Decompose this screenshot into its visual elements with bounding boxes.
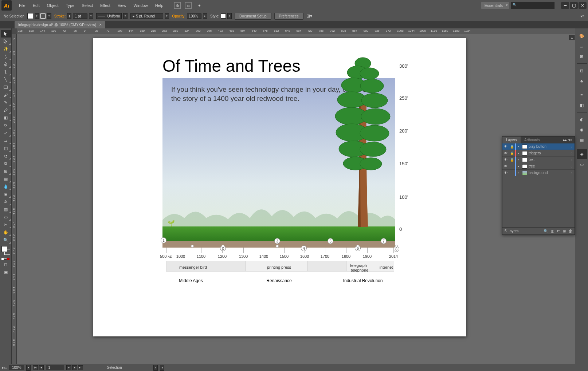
artboard-nav-dd-icon[interactable]: ▾ [66, 365, 71, 370]
panel-menu-icon[interactable]: ▾≡ [568, 138, 572, 142]
type-tool[interactable]: T [1, 68, 11, 76]
tab-layers[interactable]: Layers [502, 137, 521, 143]
layer-row[interactable]: 👁🔒▸play button○ [502, 143, 575, 150]
symbol-sprayer-tool[interactable]: ✲ [1, 198, 11, 206]
artboard[interactable]: Of Time and Trees If you think you've se… [93, 38, 466, 336]
menu-object[interactable]: Object [43, 0, 62, 11]
lock-toggle-icon[interactable]: 🔒 [509, 151, 515, 155]
artboard-prev-icon[interactable]: ◂ [39, 365, 44, 370]
blend-tool[interactable]: ◉ [1, 190, 11, 198]
window-close-icon[interactable]: ✕ [579, 2, 587, 9]
opacity-dd-icon[interactable]: ▸ [203, 13, 207, 19]
delete-layer-icon[interactable]: 🗑 [569, 229, 572, 233]
expand-layer-icon[interactable]: ▸ [516, 165, 521, 168]
expand-layer-icon[interactable]: ▸ [516, 158, 521, 161]
rectangle-tool[interactable] [1, 83, 11, 91]
layer-name-label[interactable]: tree [529, 164, 569, 168]
scale-tool[interactable]: ⤢ [1, 129, 11, 137]
appearance-panel-icon[interactable]: ◉ [577, 125, 587, 134]
zoom-level[interactable]: 100% [9, 365, 24, 370]
search-input[interactable]: 🔍 [511, 2, 554, 9]
shape-builder-tool[interactable]: ◔ [1, 152, 11, 160]
bridge-icon[interactable]: Br [174, 2, 181, 9]
canvas[interactable]: ▴ Of Time and Trees If you think you've … [17, 34, 575, 364]
rotate-tool[interactable]: ⟳ [1, 122, 11, 129]
pen-tool[interactable] [1, 60, 11, 68]
layer-row[interactable]: 👁🔒▸triggers○ [502, 150, 575, 157]
layer-name-label[interactable]: triggers [529, 151, 569, 155]
stroke-label[interactable]: Stroke: [54, 14, 66, 18]
lasso-tool[interactable]: ⟆ [1, 53, 11, 60]
target-icon[interactable]: ○ [569, 158, 575, 162]
symbols-panel-icon[interactable]: ♣ [577, 76, 587, 86]
status-expand-icon[interactable]: ▸▭ [2, 366, 7, 370]
brushes-panel-icon[interactable]: ⊟ [577, 66, 587, 75]
locate-object-icon[interactable]: 🔍 [544, 229, 548, 233]
paintbrush-tool[interactable]: 🖌 [1, 91, 11, 99]
workspace-switcher[interactable]: Essentials [481, 2, 509, 9]
visibility-toggle-icon[interactable]: 👁 [502, 145, 509, 149]
blob-brush-tool[interactable]: 🖍 [1, 106, 11, 114]
scroll-up-arrow[interactable]: ▴ [569, 35, 575, 40]
style-swatch[interactable] [221, 13, 226, 19]
color-panel-icon[interactable]: 🎨 [577, 31, 587, 41]
graphic-styles-icon[interactable]: ▦ [577, 135, 587, 145]
stroke-swatch[interactable] [40, 13, 46, 19]
lock-toggle-icon[interactable]: 🔒 [509, 145, 515, 149]
magic-wand-tool[interactable]: ✨ [1, 45, 11, 53]
target-icon[interactable]: ○ [569, 151, 575, 155]
expand-layer-icon[interactable]: ▸ [516, 171, 521, 174]
mesh-tool[interactable]: ⊞ [1, 167, 11, 175]
brush-select[interactable]: ●5 pt. Round [130, 13, 163, 19]
visibility-toggle-icon[interactable]: 👁 [502, 164, 509, 168]
artboard-first-icon[interactable]: I◂ [33, 365, 38, 370]
artboards-panel-icon[interactable]: ▭ [577, 159, 587, 169]
color-guide-icon[interactable]: ▱ [577, 42, 587, 51]
perspective-grid-tool[interactable]: ⧉ [1, 160, 11, 167]
visibility-toggle-icon[interactable]: 👁 [502, 151, 509, 155]
controlbar-menu-icon[interactable]: ▾≡ [580, 14, 584, 18]
gradient-tool[interactable]: ▦ [1, 175, 11, 183]
draw-mode-normal[interactable]: ◻ [1, 261, 11, 268]
fill-dd-icon[interactable]: ▾ [35, 13, 39, 19]
status-dd-icon[interactable]: ▸ [153, 365, 158, 371]
expand-layer-icon[interactable]: ▸ [516, 151, 521, 155]
layer-name-label[interactable]: play button [529, 145, 569, 149]
target-icon[interactable]: ○ [569, 145, 575, 149]
stroke-dd-icon[interactable]: ▾ [47, 13, 51, 19]
menu-select[interactable]: Select [78, 0, 97, 11]
arrange-docs-icon[interactable]: ▭ [185, 2, 192, 9]
stroke-profile-select[interactable]: Uniform [96, 13, 122, 19]
style-dd-icon[interactable]: ▾ [227, 13, 232, 19]
selection-tool[interactable] [1, 30, 11, 38]
layers-panel[interactable]: Layers Artboards ▸▸▾≡ 👁🔒▸play button○👁🔒▸… [502, 136, 575, 235]
width-tool[interactable]: ⫤ [1, 137, 11, 145]
artboard-tool[interactable]: ▭ [1, 213, 11, 221]
close-tab-icon[interactable]: × [99, 22, 102, 27]
menu-window[interactable]: Window [130, 0, 152, 11]
column-graph-tool[interactable]: ▥ [1, 206, 11, 213]
hand-tool[interactable]: ✋ [1, 229, 11, 236]
menu-file[interactable]: File [15, 0, 29, 11]
slice-tool[interactable]: ✂ [1, 221, 11, 229]
stroke-weight-dd[interactable]: ▾ [89, 13, 93, 19]
menu-effect[interactable]: Effect [97, 0, 114, 11]
document-setup-button[interactable]: Document Setup [235, 13, 271, 20]
panel-collapse-icon[interactable]: ▸▸ [563, 138, 567, 142]
layers-panel-icon[interactable]: ◈ [577, 149, 587, 159]
menu-edit[interactable]: Edit [29, 0, 43, 11]
screen-mode[interactable]: ▣ [1, 268, 11, 276]
artboard-last-icon[interactable]: ▸I [78, 365, 83, 370]
stroke-panel-icon[interactable]: ≡ [577, 90, 587, 100]
menu-help[interactable]: Help [152, 0, 167, 11]
layer-name-label[interactable]: text [529, 158, 569, 162]
window-minimize-icon[interactable]: ━ [561, 2, 569, 9]
line-tool[interactable]: ╲ [1, 76, 11, 83]
eyedropper-tool[interactable]: 💧 [1, 183, 11, 190]
layer-name-label[interactable]: background [529, 171, 569, 175]
make-clipping-mask-icon[interactable]: ◫ [551, 229, 554, 233]
align-icon[interactable]: ⊞▾ [306, 13, 312, 19]
target-icon[interactable]: ○ [569, 165, 575, 168]
expand-layer-icon[interactable]: ▸ [516, 145, 521, 148]
opacity-label[interactable]: Opacity: [172, 14, 185, 18]
